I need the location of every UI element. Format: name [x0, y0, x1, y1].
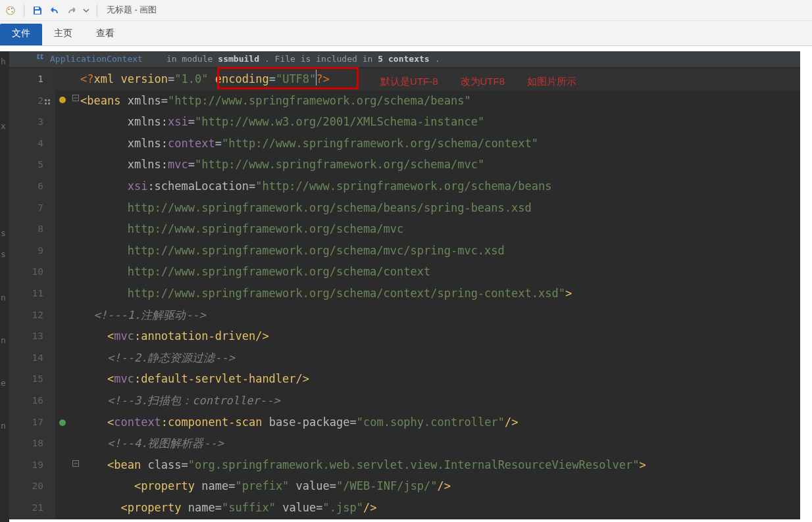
save-icon[interactable] [31, 4, 44, 17]
line-number-gutter: 123456789101112131415161718192021 [9, 68, 55, 519]
code-line[interactable]: <!--2.静态资源过滤--> [80, 347, 800, 369]
code-line[interactable]: <context:component-scan base-package="co… [80, 412, 800, 433]
bean-icon[interactable] [58, 415, 67, 437]
redo-icon[interactable] [65, 4, 78, 17]
code-line[interactable]: http://www.springframework.org/schema/be… [80, 197, 800, 219]
warning-icon[interactable] [58, 92, 67, 114]
breadcrumb-bar: ApplicationContext in module ssmbuild . … [9, 51, 800, 67]
svg-point-6 [59, 97, 66, 103]
svg-rect-7 [45, 99, 47, 101]
code-line[interactable]: xmlns:context="http://www.springframewor… [80, 133, 800, 154]
annotation-2: 改为UTF8 [461, 71, 505, 93]
ribbon-tab-view[interactable]: 查看 [84, 21, 126, 45]
code-line[interactable]: <property name="prefix" value="/WEB-INF/… [80, 475, 800, 497]
annotation-1: 默认是UTF-8 [380, 71, 438, 93]
code-editor[interactable]: <?xml version="1.0" encoding="UTF8"?><be… [80, 68, 800, 519]
code-line[interactable]: <!--3.扫描包：controller--> [80, 390, 800, 412]
svg-point-1 [9, 9, 10, 10]
code-line[interactable]: <mvc:annotation-driven/> [80, 325, 800, 347]
code-line[interactable]: <property name="suffix" value=".jsp"/> [80, 497, 800, 519]
code-line[interactable]: xsi:schemaLocation="http://www.springfra… [80, 176, 800, 197]
context-icon [36, 49, 45, 70]
breadcrumb-context[interactable]: ApplicationContext [50, 49, 143, 70]
fold-minus-icon[interactable] [72, 95, 79, 101]
code-line[interactable]: http://www.springframework.org/schema/co… [80, 283, 800, 304]
code-line[interactable]: http://www.springframework.org/schema/mv… [80, 240, 800, 262]
svg-point-0 [7, 7, 14, 14]
breadcrumb-tail: . [435, 49, 440, 70]
code-line[interactable]: <!--4.视图解析器--> [80, 433, 800, 454]
code-line[interactable]: <beans xmlns="http://www.springframework… [80, 90, 800, 112]
undo-icon[interactable] [48, 4, 61, 17]
code-line[interactable]: xmlns:mvc="http://www.springframework.or… [80, 154, 800, 176]
svg-point-11 [59, 419, 66, 426]
svg-point-3 [12, 11, 13, 12]
paint-logo-icon [4, 4, 17, 17]
code-line[interactable]: <bean class="org.springframework.web.ser… [80, 454, 800, 476]
breadcrumb-contexts[interactable]: 5 contexts [378, 49, 429, 70]
fold-minus-icon[interactable] [72, 460, 79, 467]
svg-rect-10 [48, 103, 50, 105]
code-line[interactable]: http://www.springframework.org/schema/mv… [80, 218, 800, 240]
structure-icon[interactable] [43, 93, 51, 115]
svg-rect-5 [35, 11, 40, 14]
code-line[interactable]: <mvc:default-servlet-handler/> [80, 368, 800, 390]
ribbon-tab-home[interactable]: 主页 [42, 21, 84, 45]
annotation-3: 如图片所示 [527, 71, 576, 93]
qat-dropdown-icon[interactable] [82, 4, 90, 17]
svg-rect-9 [45, 103, 47, 105]
ribbon-tabs: 文件 主页 查看 [0, 21, 812, 46]
highlight-box [217, 67, 359, 89]
svg-rect-4 [35, 7, 39, 9]
breadcrumb-module-pre: in module [166, 49, 213, 70]
fold-column [72, 92, 79, 519]
text-caret [316, 70, 317, 85]
code-line[interactable]: xmlns:xsi="http://www.w3.org/2001/XMLSch… [80, 111, 800, 133]
ribbon-tab-file[interactable]: 文件 [0, 24, 42, 45]
mspaint-title-bar: 无标题 - 画图 [0, 0, 812, 21]
code-line[interactable]: http://www.springframework.org/schema/co… [80, 261, 800, 283]
code-line[interactable]: <!---1.注解驱动--> [80, 304, 800, 326]
svg-rect-8 [48, 99, 50, 101]
annotation-row: 默认是UTF-8 改为UTF8 如图片所示 [380, 71, 576, 93]
editor-canvas: ApplicationContext in module ssmbuild . … [9, 51, 800, 519]
window-title: 无标题 - 画图 [107, 5, 157, 16]
svg-point-2 [11, 8, 13, 9]
left-fragment: h x ss n n e n [0, 51, 9, 522]
